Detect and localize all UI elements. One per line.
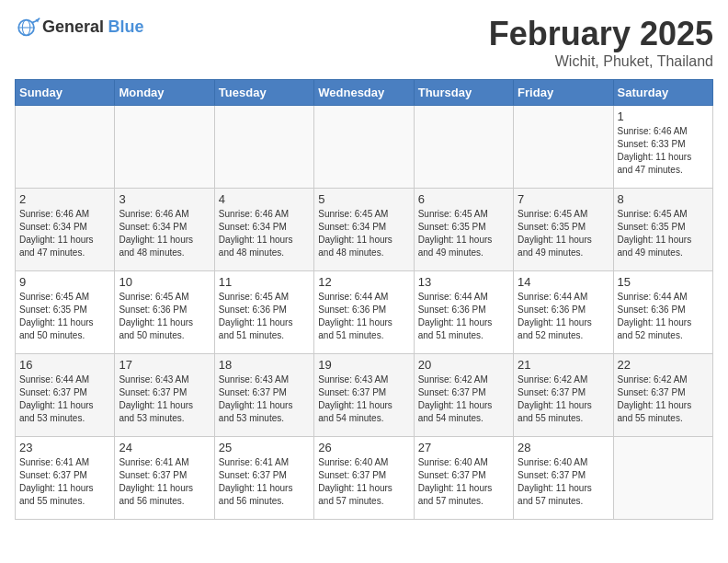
calendar-cell: 23Sunrise: 6:41 AM Sunset: 6:37 PM Dayli… [16,437,115,520]
day-number: 20 [418,358,509,372]
day-number: 18 [219,358,310,372]
calendar-cell: 27Sunrise: 6:40 AM Sunset: 6:37 PM Dayli… [414,437,513,520]
header: General Blue February 2025 Wichit, Phuke… [15,15,713,70]
calendar-subtitle: Wichit, Phuket, Thailand [489,53,713,70]
calendar-week-row: 1Sunrise: 6:46 AM Sunset: 6:33 PM Daylig… [16,106,713,189]
day-number: 5 [318,192,409,206]
day-info: Sunrise: 6:45 AM Sunset: 6:35 PM Dayligh… [618,208,709,259]
calendar-cell: 26Sunrise: 6:40 AM Sunset: 6:37 PM Dayli… [314,437,414,520]
day-number: 9 [19,275,110,289]
calendar-cell [514,106,613,189]
calendar-cell: 16Sunrise: 6:44 AM Sunset: 6:37 PM Dayli… [16,354,115,437]
calendar-cell: 12Sunrise: 6:44 AM Sunset: 6:36 PM Dayli… [314,271,414,354]
calendar-cell: 22Sunrise: 6:42 AM Sunset: 6:37 PM Dayli… [613,354,712,437]
day-number: 15 [618,275,709,289]
day-number: 3 [119,192,210,206]
calendar-cell: 8Sunrise: 6:45 AM Sunset: 6:35 PM Daylig… [613,189,712,271]
calendar-week-row: 2Sunrise: 6:46 AM Sunset: 6:34 PM Daylig… [16,189,713,271]
day-number: 22 [618,358,709,372]
calendar-cell: 7Sunrise: 6:45 AM Sunset: 6:35 PM Daylig… [514,189,613,271]
day-info: Sunrise: 6:41 AM Sunset: 6:37 PM Dayligh… [19,456,110,508]
day-info: Sunrise: 6:41 AM Sunset: 6:37 PM Dayligh… [119,456,210,508]
calendar-cell: 10Sunrise: 6:45 AM Sunset: 6:36 PM Dayli… [115,271,214,354]
calendar-title: February 2025 [489,15,713,53]
day-number: 23 [19,441,110,454]
day-number: 25 [219,441,310,454]
calendar-cell: 4Sunrise: 6:46 AM Sunset: 6:34 PM Daylig… [214,189,313,271]
day-number: 27 [418,441,509,454]
day-number: 28 [518,441,609,454]
calendar-week-row: 9Sunrise: 6:45 AM Sunset: 6:35 PM Daylig… [16,271,713,354]
day-info: Sunrise: 6:40 AM Sunset: 6:37 PM Dayligh… [318,456,409,508]
day-of-week-header: Saturday [613,80,712,106]
day-number: 2 [19,192,110,206]
calendar-cell [414,106,513,189]
calendar-cell: 6Sunrise: 6:45 AM Sunset: 6:35 PM Daylig… [414,189,513,271]
calendar-cell: 19Sunrise: 6:43 AM Sunset: 6:37 PM Dayli… [314,354,414,437]
day-info: Sunrise: 6:45 AM Sunset: 6:36 PM Dayligh… [219,291,310,342]
day-number: 1 [618,109,709,123]
day-info: Sunrise: 6:46 AM Sunset: 6:34 PM Dayligh… [219,208,310,259]
day-of-week-header: Sunday [16,80,115,106]
day-number: 14 [518,275,609,289]
day-number: 4 [219,192,310,206]
day-info: Sunrise: 6:42 AM Sunset: 6:37 PM Dayligh… [518,373,609,425]
calendar-week-row: 16Sunrise: 6:44 AM Sunset: 6:37 PM Dayli… [16,354,713,437]
day-number: 26 [318,441,409,454]
day-info: Sunrise: 6:45 AM Sunset: 6:34 PM Dayligh… [318,208,409,259]
calendar-cell: 24Sunrise: 6:41 AM Sunset: 6:37 PM Dayli… [115,437,214,520]
day-info: Sunrise: 6:46 AM Sunset: 6:34 PM Dayligh… [119,208,210,259]
calendar-cell [16,106,115,189]
logo-icon [15,15,40,40]
calendar-cell: 2Sunrise: 6:46 AM Sunset: 6:34 PM Daylig… [16,189,115,271]
day-number: 19 [318,358,409,372]
calendar-cell: 11Sunrise: 6:45 AM Sunset: 6:36 PM Dayli… [214,271,313,354]
day-info: Sunrise: 6:44 AM Sunset: 6:36 PM Dayligh… [318,291,409,342]
calendar-cell: 28Sunrise: 6:40 AM Sunset: 6:37 PM Dayli… [514,437,613,520]
day-info: Sunrise: 6:42 AM Sunset: 6:37 PM Dayligh… [618,373,709,425]
calendar-table: SundayMondayTuesdayWednesdayThursdayFrid… [15,79,713,520]
day-number: 16 [19,358,110,372]
logo-general-text: General [42,17,104,36]
calendar-cell [115,106,214,189]
day-number: 21 [518,358,609,372]
title-area: February 2025 Wichit, Phuket, Thailand [489,15,713,70]
day-of-week-header: Friday [514,80,613,106]
day-info: Sunrise: 6:45 AM Sunset: 6:35 PM Dayligh… [518,208,609,259]
day-info: Sunrise: 6:46 AM Sunset: 6:34 PM Dayligh… [19,208,110,259]
calendar-cell [214,106,313,189]
days-of-week-row: SundayMondayTuesdayWednesdayThursdayFrid… [16,80,713,106]
calendar-cell: 17Sunrise: 6:43 AM Sunset: 6:37 PM Dayli… [115,354,214,437]
day-of-week-header: Monday [115,80,214,106]
calendar-cell: 20Sunrise: 6:42 AM Sunset: 6:37 PM Dayli… [414,354,513,437]
day-of-week-header: Thursday [414,80,513,106]
day-number: 17 [119,358,210,372]
day-number: 10 [119,275,210,289]
day-info: Sunrise: 6:40 AM Sunset: 6:37 PM Dayligh… [418,456,509,508]
day-info: Sunrise: 6:45 AM Sunset: 6:35 PM Dayligh… [19,291,110,342]
calendar-cell: 3Sunrise: 6:46 AM Sunset: 6:34 PM Daylig… [115,189,214,271]
day-info: Sunrise: 6:44 AM Sunset: 6:36 PM Dayligh… [418,291,509,342]
calendar-cell [314,106,414,189]
day-info: Sunrise: 6:45 AM Sunset: 6:36 PM Dayligh… [119,291,210,342]
logo: General Blue [15,15,144,40]
day-info: Sunrise: 6:42 AM Sunset: 6:37 PM Dayligh… [418,373,509,425]
calendar-cell: 18Sunrise: 6:43 AM Sunset: 6:37 PM Dayli… [214,354,313,437]
day-info: Sunrise: 6:43 AM Sunset: 6:37 PM Dayligh… [318,373,409,425]
day-info: Sunrise: 6:40 AM Sunset: 6:37 PM Dayligh… [518,456,609,508]
calendar-cell [613,437,712,520]
day-number: 24 [119,441,210,454]
day-number: 12 [318,275,409,289]
day-number: 8 [618,192,709,206]
day-info: Sunrise: 6:41 AM Sunset: 6:37 PM Dayligh… [219,456,310,508]
day-info: Sunrise: 6:44 AM Sunset: 6:36 PM Dayligh… [618,291,709,342]
calendar-cell: 21Sunrise: 6:42 AM Sunset: 6:37 PM Dayli… [514,354,613,437]
day-number: 7 [518,192,609,206]
calendar-body: 1Sunrise: 6:46 AM Sunset: 6:33 PM Daylig… [16,106,713,520]
day-info: Sunrise: 6:43 AM Sunset: 6:37 PM Dayligh… [119,373,210,425]
day-of-week-header: Wednesday [314,80,414,106]
calendar-cell: 25Sunrise: 6:41 AM Sunset: 6:37 PM Dayli… [214,437,313,520]
calendar-cell: 13Sunrise: 6:44 AM Sunset: 6:36 PM Dayli… [414,271,513,354]
day-info: Sunrise: 6:44 AM Sunset: 6:36 PM Dayligh… [518,291,609,342]
day-number: 11 [219,275,310,289]
